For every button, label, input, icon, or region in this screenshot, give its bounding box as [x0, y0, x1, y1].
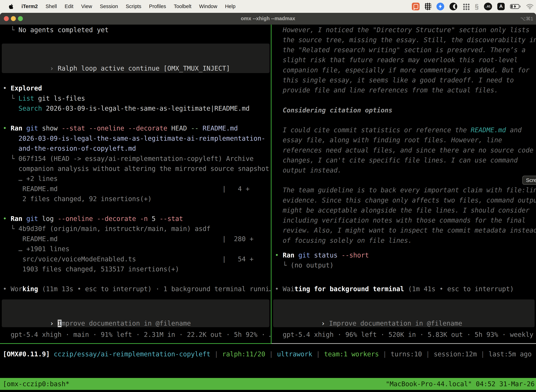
terminal-line: 1903 files changed, 513517 insertions(+)	[3, 264, 179, 274]
terminal-line: … +1901 lines	[3, 244, 69, 254]
chat-app-icon[interactable]	[412, 3, 420, 10]
prompt-chevron-icon: ›	[50, 65, 58, 72]
omx-status-segment: |	[312, 350, 324, 358]
pane-divider[interactable]	[271, 25, 272, 344]
omx-status-segment: team:1 workers	[324, 350, 379, 358]
omx-status-segment: |	[379, 350, 391, 358]
terminal-line: • Waiting for background terminal (1m 41…	[275, 284, 514, 294]
menu-shell[interactable]: Shell	[46, 4, 57, 9]
omx-status-line: [OMX#0.11.9] cczip/essay/ai-reimplementa…	[3, 349, 531, 359]
terminal-line: 2 files changed, 92 insertions(+)	[3, 194, 152, 204]
terminal-line: • Ran git show --stat --oneline --decora…	[3, 123, 238, 134]
battery-icon[interactable]	[510, 4, 521, 9]
injected-prompt-line: › Ralph loop active continue [OMX_TMUX_I…	[3, 53, 230, 84]
terminal-line: └ No agents completed yet	[3, 25, 109, 35]
omx-status-segment: |	[422, 350, 434, 358]
tmux-session-label: [omx-cczip0:bash*	[3, 379, 69, 389]
terminal-line: companion file, especially if more comme…	[275, 65, 530, 75]
shield-grid-icon[interactable]	[425, 3, 431, 10]
terminal-line: src/voice/voiceModeEnabled.ts | 54 +	[3, 254, 254, 264]
s-curl-icon[interactable]: §	[475, 3, 479, 10]
omx-status-segment: cczip/essay/ai-reimplementation-copyleft	[54, 350, 211, 358]
text-cursor: I	[58, 320, 62, 327]
terminal-line: of focusing solely on file lines.	[275, 236, 412, 246]
right-agent-pane[interactable]: However, I noticed the "Directory Struct…	[271, 25, 536, 344]
omx-status-segment	[50, 350, 54, 358]
terminal-line: … +2 lines	[3, 174, 58, 184]
dots-grid-icon[interactable]	[463, 3, 469, 10]
terminal-line: and-the-erosion-of-copyleft.md	[3, 144, 136, 154]
tmux-status-bar[interactable]: [omx-cczip0:bash* "MacBook-Pro-44.local"…	[0, 378, 536, 390]
terminal-line: evidence. Since this change only affects…	[275, 195, 536, 205]
macos-menu-bar: iTerm2 Shell Edit View Session Scripts P…	[0, 0, 536, 13]
terminal-line: companion analysis without altering the …	[3, 164, 269, 174]
omx-status-segment: session:12m	[434, 350, 477, 358]
terminal-line: Search 2026-03-09-is-legal-the-same-as-l…	[3, 103, 249, 114]
iterm2-window: omx --xhigh --madmax ⌥⌘1 › Ralph loop ac…	[0, 13, 536, 392]
terminal-line: └ 4b9d30f (origin/main, instructkr/main,…	[3, 224, 211, 234]
menu-session[interactable]: Session	[100, 4, 118, 9]
menu-edit[interactable]: Edit	[65, 4, 73, 9]
menu-help[interactable]: Help	[225, 4, 235, 9]
terminal-line: 2026-03-09-is-legal-the-same-as-legitima…	[3, 134, 265, 144]
omx-status-segment: last:5m ago	[488, 350, 531, 358]
moon-circle-icon[interactable]	[450, 3, 457, 10]
badge-61-icon[interactable]: ..61	[484, 3, 492, 10]
terminal-line: essay file, along with finding root file…	[275, 135, 502, 145]
apple-menu-icon[interactable]	[9, 3, 14, 10]
window-shortcut-badge: ⌥⌘1	[520, 16, 533, 22]
terminal-line: review. Also, I might want to inspect th…	[275, 225, 536, 236]
terminal-line: Considering citation options	[275, 105, 392, 115]
left-input-line[interactable]: › Improve documentation in @filename	[3, 308, 191, 339]
terminal-line: slight risk that future readers may over…	[275, 55, 518, 65]
menu-view[interactable]: View	[81, 4, 92, 9]
terminal-line: the source tree, missing the essay. Stil…	[275, 35, 536, 45]
letter-a-icon[interactable]: A	[497, 3, 505, 10]
terminal-line: this single essay, it seems like a good …	[275, 75, 514, 85]
right-pane-bottom-border	[272, 343, 536, 344]
terminal-line: might be acceptable alongside the file l…	[275, 205, 530, 215]
prompt-chevron-icon: ›	[321, 320, 329, 327]
terminal-line: README.md | 4 +	[3, 184, 249, 194]
right-input-box[interactable]: › Improve documentation in @filename	[273, 299, 535, 327]
terminal-line: However, I noticed the "Directory Struct…	[275, 25, 530, 35]
menu-window[interactable]: Window	[199, 4, 217, 9]
terminal-line: └ (no output)	[275, 260, 334, 271]
injected-prompt-box: › Ralph loop active continue [OMX_TMUX_I…	[2, 44, 270, 73]
terminal-line: └ List git ls-files	[3, 93, 85, 104]
menu-toolbelt[interactable]: Toolbelt	[174, 4, 191, 9]
window-title-bar[interactable]: omx --xhigh --madmax ⌥⌘1	[0, 13, 536, 25]
prompt-chevron-icon: ›	[50, 320, 58, 327]
terminal-line: • Explored	[3, 83, 42, 93]
menu-iterm2[interactable]: iTerm2	[21, 4, 38, 9]
right-input-line[interactable]: › Improve documentation in @filename	[274, 308, 462, 339]
tmux-host-clock: "MacBook-Pro-44.local" 04:52 31-Mar-26	[386, 379, 535, 389]
omx-status-segment: |	[477, 350, 488, 358]
omx-status-segment: turns:10	[391, 350, 422, 358]
left-agent-pane[interactable]: › Ralph loop active continue [OMX_TMUX_I…	[0, 25, 271, 344]
omx-status-segment: [OMX#0.11.9]	[3, 350, 50, 358]
omx-status-segment: ultrawork	[277, 350, 312, 358]
window-title: omx --xhigh --madmax	[0, 16, 536, 21]
terminal-line: including verification notes with those …	[275, 215, 526, 225]
screen-overlay-label: Scre	[526, 177, 536, 183]
terminal-line: the "Related research writing" section i…	[275, 45, 526, 55]
terminal-line: changes, I can't cite specific file line…	[275, 155, 518, 165]
menu-profiles[interactable]: Profiles	[149, 4, 166, 9]
terminal-line: • Ran git log --oneline --decorate -n 5 …	[3, 214, 183, 224]
terminal-line: references need actual files, and since …	[275, 145, 533, 155]
menu-bar-status-area: § ..61 A	[412, 0, 534, 13]
blue-lightning-icon[interactable]	[436, 3, 444, 10]
terminal-line: output instead.	[275, 165, 341, 175]
terminal-line: provide file and line references from th…	[275, 85, 498, 95]
menu-scripts[interactable]: Scripts	[126, 4, 141, 9]
terminal-line: • Working (11m 13s • esc to interrupt) ·…	[3, 284, 271, 294]
terminal-line: • Ran git status --short	[275, 250, 369, 261]
terminal-content: › Ralph loop active continue [OMX_TMUX_I…	[0, 25, 536, 392]
omx-status-segment: ralph:11/20	[222, 350, 265, 358]
screen: iTerm2 Shell Edit View Session Scripts P…	[0, 0, 536, 392]
wifi-icon[interactable]	[526, 4, 534, 9]
terminal-line: README.md | 280 +	[3, 234, 254, 244]
screen-overlay-pill[interactable]: Scre	[522, 176, 536, 185]
left-input-box[interactable]: › Improve documentation in @filename	[2, 299, 269, 327]
